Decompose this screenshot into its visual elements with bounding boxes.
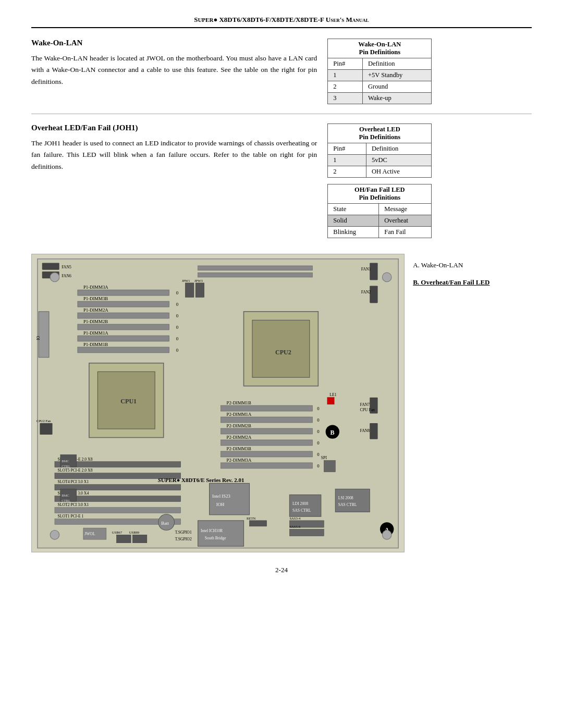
- fail-col2-header: Message: [379, 204, 432, 215]
- wol-table-title: Wake-On-LAN Pin Definitions: [328, 39, 432, 58]
- svg-text:0: 0: [317, 463, 320, 468]
- svg-rect-40: [221, 417, 313, 423]
- svg-text:SAS5-6: SAS5-6: [289, 525, 301, 528]
- svg-rect-104: [132, 535, 146, 542]
- svg-rect-35: [198, 273, 313, 277]
- svg-rect-43: [221, 428, 313, 434]
- pin-num: 3: [328, 93, 363, 104]
- svg-text:SAS3-4: SAS3-4: [289, 516, 301, 520]
- super-text: SUPER: [194, 16, 213, 23]
- svg-text:P2-DIMM2B: P2-DIMM2B: [227, 423, 251, 428]
- svg-text:0: 0: [317, 452, 320, 457]
- svg-rect-37: [221, 405, 313, 411]
- svg-text:0: 0: [317, 417, 320, 423]
- pin-def: OH Active: [366, 166, 431, 178]
- svg-text:LDI 2008: LDI 2008: [292, 501, 308, 506]
- svg-text:USB89: USB89: [129, 530, 140, 534]
- svg-text:FAN8: FAN8: [360, 428, 370, 433]
- section-divider: [31, 114, 532, 114]
- svg-text:SLOT4 PCI 3.0 X1: SLOT4 PCI 3.0 X1: [57, 479, 89, 484]
- overheat-table: Overheat LED Pin Definitions Pin# Defini…: [327, 124, 432, 178]
- svg-text:SLOT2 PCI 3.0 X1: SLOT2 PCI 3.0 X1: [57, 502, 89, 507]
- overheat-right: Overheat LED Pin Definitions Pin# Defini…: [327, 124, 532, 238]
- svg-text:IO: IO: [36, 336, 41, 340]
- svg-text:P2-DIMM1B: P2-DIMM1B: [227, 400, 251, 405]
- svg-text:CPU2 Fan: CPU2 Fan: [36, 419, 51, 423]
- svg-point-117: [382, 530, 391, 540]
- svg-text:RETN: RETN: [247, 516, 255, 520]
- svg-text:BMC: BMC: [62, 493, 69, 497]
- wol-section: Wake-On-LAN The Wake-On-LAN header is lo…: [31, 39, 532, 104]
- svg-text:FAN5: FAN5: [62, 265, 71, 269]
- svg-text:Batt: Batt: [161, 521, 169, 526]
- svg-text:SLOT5 PCI-E 2.0 X8: SLOT5 PCI-E 2.0 X8: [57, 468, 92, 473]
- pin-def: Wake-up: [363, 93, 432, 104]
- oh-fail-table: OH/Fan Fail LED Pin Definitions State Me…: [327, 184, 432, 238]
- wol-col1-header: Pin#: [328, 58, 363, 70]
- wol-left: Wake-On-LAN The Wake-On-LAN header is lo…: [31, 39, 317, 104]
- svg-text:P1-DIMM2A: P1-DIMM2A: [83, 307, 108, 313]
- fail-msg: Fan Fail: [379, 227, 432, 238]
- overheat-table-title: Overheat LED Pin Definitions: [328, 124, 432, 143]
- page: SUPER● X8DT6/X8DT6-F/X8DTE/X8DTE-F User'…: [0, 0, 563, 728]
- table-row: 3 Wake-up: [328, 93, 432, 104]
- fail-msg: Overheat: [379, 215, 432, 227]
- overheat-body: The JOH1 header is used to connect an LE…: [31, 138, 317, 172]
- svg-rect-82: [198, 521, 244, 546]
- svg-rect-118: [40, 423, 52, 435]
- oh-fail-table-title: OH/Fan Fail LED Pin Definitions: [328, 184, 432, 204]
- svg-text:0: 0: [317, 406, 320, 411]
- svg-text:SPI: SPI: [321, 455, 327, 460]
- svg-text:FAN7: FAN7: [360, 402, 370, 407]
- svg-text:T.SGPIO1: T.SGPIO1: [175, 530, 192, 535]
- svg-rect-98: [324, 461, 335, 472]
- wol-col2-header: Definition: [363, 58, 432, 70]
- pin-num: 1: [328, 70, 363, 81]
- table-row: 2 OH Active: [328, 166, 432, 178]
- svg-text:JWOL: JWOL: [84, 532, 95, 536]
- svg-text:0: 0: [176, 336, 179, 341]
- svg-rect-34: [198, 266, 313, 270]
- table-row: 2 Ground: [328, 81, 432, 93]
- svg-text:CPU2: CPU2: [275, 349, 291, 356]
- svg-text:P2-DIMM3B: P2-DIMM3B: [227, 446, 251, 451]
- note-a-label: A. Wake-On-LAN: [413, 259, 532, 271]
- svg-text:JPW1: JPW1: [182, 279, 190, 282]
- svg-text:SAS CTRL: SAS CTRL: [292, 508, 311, 513]
- svg-text:JPW3: JPW3: [194, 279, 203, 282]
- svg-rect-88: [335, 489, 370, 512]
- page-footer: 2-24: [31, 563, 532, 574]
- wol-body: The Wake-On-LAN header is located at JWO…: [31, 53, 317, 88]
- fail-state: Blinking: [328, 227, 379, 238]
- fail-state: Solid: [328, 215, 379, 227]
- pin-num: 2: [328, 81, 363, 93]
- fail-col1-header: State: [328, 204, 379, 215]
- svg-text:FAN1: FAN1: [361, 267, 371, 272]
- oh-col2-header: Definition: [366, 143, 431, 155]
- svg-text:T.SGPIO2: T.SGPIO2: [175, 537, 192, 541]
- svg-rect-22: [78, 347, 169, 353]
- svg-text:CPU Fan: CPU Fan: [360, 408, 375, 412]
- svg-text:South Bridge: South Bridge: [205, 536, 226, 540]
- svg-rect-16: [78, 324, 169, 330]
- svg-rect-30: [370, 263, 377, 280]
- svg-rect-100: [249, 521, 266, 526]
- mobo-section: FAN5 FAN6 P1-DIMM3A 0 P1-DIMM3B 0 P1-DIM…: [31, 254, 532, 552]
- svg-rect-10: [78, 301, 169, 307]
- pin-def: +5V Standby: [363, 70, 432, 81]
- wol-title: Wake-On-LAN: [31, 39, 317, 47]
- svg-rect-121: [327, 398, 334, 404]
- table-row: Blinking Fan Fail: [328, 227, 432, 238]
- svg-text:LE1: LE1: [329, 392, 336, 397]
- table-row: Solid Overheat: [328, 215, 432, 227]
- svg-text:CTRL: CTRL: [62, 464, 70, 468]
- svg-text:CTRL: CTRL: [62, 499, 70, 502]
- svg-text:BMC: BMC: [62, 459, 69, 463]
- svg-text:Intel IS23: Intel IS23: [212, 493, 230, 499]
- svg-text:FAN6: FAN6: [62, 274, 71, 278]
- svg-rect-2: [42, 263, 59, 269]
- svg-rect-57: [370, 423, 377, 439]
- svg-text:P1-DIMM3A: P1-DIMM3A: [83, 285, 108, 290]
- svg-text:SUPER● X8DT6/E Series Rev. 2.0: SUPER● X8DT6/E Series Rev. 2.01: [158, 477, 244, 483]
- svg-point-115: [382, 273, 391, 282]
